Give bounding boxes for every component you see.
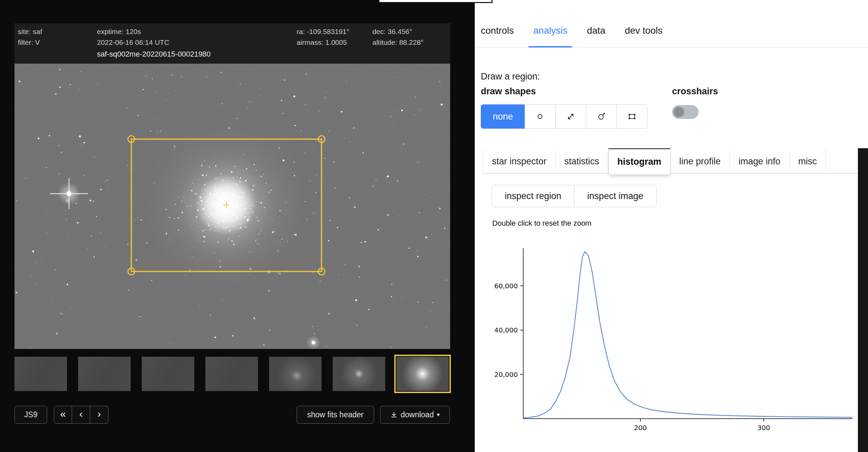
meta-timestamp: 2022-06-16 06:14 UTC: [97, 38, 169, 47]
tab-star-inspector[interactable]: star inspector: [483, 150, 556, 173]
svg-text:20,000: 20,000: [494, 370, 518, 379]
svg-text:40,000: 40,000: [494, 326, 518, 334]
box-region-icon: [627, 112, 637, 121]
ellipse-region-button[interactable]: [586, 104, 617, 129]
toggle-knob: [674, 107, 684, 117]
tab-statistics[interactable]: statistics: [556, 150, 609, 173]
svg-text:200: 200: [634, 424, 647, 432]
histogram-chart[interactable]: 20,00040,00060,000200300: [492, 243, 859, 439]
region-none-button[interactable]: none: [481, 104, 525, 129]
thumbnail[interactable]: [142, 357, 194, 391]
thumbnail-selected[interactable]: [396, 357, 449, 391]
thumbnail[interactable]: [269, 357, 321, 391]
meta-exptime: exptime: 120s: [97, 28, 141, 36]
svg-text:60,000: 60,000: [494, 282, 518, 290]
tab-analysis[interactable]: analysis: [529, 25, 572, 48]
inspect-image-button[interactable]: inspect image: [574, 185, 656, 207]
medium-star: [307, 336, 320, 349]
viewer-panel: site: saf filter: V exptime: 120s 2022-0…: [0, 0, 475, 452]
download-label: download: [401, 410, 434, 419]
first-image-button[interactable]: «: [54, 406, 72, 424]
tab-misc[interactable]: misc: [789, 150, 826, 173]
line-region-icon: [566, 112, 575, 121]
page-edge-strip: [858, 148, 868, 452]
thumbnail[interactable]: [14, 357, 67, 391]
show-fits-header-button[interactable]: show fits header: [297, 406, 374, 424]
box-region-button[interactable]: [617, 104, 648, 129]
meta-filter: filter: V: [18, 38, 40, 47]
tab-controls[interactable]: controls: [476, 25, 519, 48]
inspect-region-button[interactable]: inspect region: [492, 185, 575, 207]
thumbnail[interactable]: [206, 357, 258, 391]
meta-filename: saf-sq002me-20220615-00021980: [97, 50, 211, 59]
download-button[interactable]: download ▾: [380, 406, 450, 424]
js9-button[interactable]: JS9: [14, 406, 47, 424]
tab-data[interactable]: data: [582, 25, 610, 48]
histogram-source-buttons: inspect region inspect image: [492, 185, 656, 207]
fits-image-canvas[interactable]: [14, 64, 450, 349]
meta-altitude: altitude: 88.228°: [372, 38, 424, 47]
image-metadata-bar: site: saf filter: V exptime: 120s 2022-0…: [14, 23, 450, 64]
meta-dec: dec: 36.456°: [372, 28, 412, 36]
meta-airmass: airmass: 1.0005: [297, 38, 347, 47]
meta-ra: ra: -109.583191°: [297, 28, 349, 36]
line-region-button[interactable]: [555, 104, 586, 129]
draw-region-heading: Draw a region:: [481, 71, 540, 82]
crosshairs-label: crosshairs: [672, 86, 718, 97]
analysis-tab-bar: star inspector statistics histogram line…: [483, 150, 858, 174]
star-field[interactable]: [14, 64, 450, 349]
region-shape-buttons: none: [481, 104, 648, 129]
thumbnail[interactable]: [333, 357, 385, 391]
zoom-hint-text: Double click to reset the zoom: [492, 219, 592, 228]
main-tab-bar: controls analysis data dev tools: [476, 25, 677, 48]
thumbnail[interactable]: [78, 357, 131, 391]
svg-text:300: 300: [757, 424, 770, 432]
circle-region-icon: [536, 112, 545, 121]
partial-overlay-box: [378, 0, 493, 3]
draw-shapes-label: draw shapes: [481, 86, 536, 97]
tab-dev-tools[interactable]: dev tools: [620, 25, 667, 48]
meta-site: site: saf: [18, 28, 42, 36]
circle-region-button[interactable]: [525, 104, 556, 129]
tab-image-info[interactable]: image info: [730, 150, 789, 173]
crosshairs-toggle[interactable]: [672, 105, 699, 119]
next-image-button[interactable]: ›: [90, 406, 108, 424]
thumbnail-strip: [14, 357, 449, 391]
download-icon: [390, 411, 398, 419]
tab-histogram[interactable]: histogram: [609, 148, 671, 175]
image-nav-buttons: « ‹ ›: [54, 406, 108, 424]
ellipse-region-icon: [597, 112, 606, 121]
previous-image-button[interactable]: ‹: [72, 406, 90, 424]
tab-line-profile[interactable]: line profile: [670, 150, 730, 173]
caret-down-icon: ▾: [437, 411, 440, 418]
